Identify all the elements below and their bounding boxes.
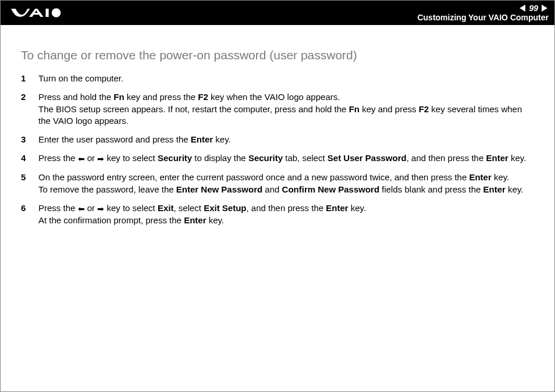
page-title: To change or remove the power-on passwor… xyxy=(21,48,534,62)
nav-next-icon[interactable] xyxy=(542,5,547,12)
bold-text: Fn xyxy=(113,92,124,102)
step-list: 1Turn on the computer.2Press and hold th… xyxy=(21,69,534,230)
step-item: 5On the password entry screen, enter the… xyxy=(21,168,534,199)
page-number: 99 xyxy=(529,3,538,13)
step-body: Turn on the computer. xyxy=(38,73,534,84)
step-item: 1Turn on the computer. xyxy=(21,69,534,88)
bold-text: Enter xyxy=(184,215,206,225)
step-body: On the password entry screen, enter the … xyxy=(38,172,534,195)
bold-text: Set User Password xyxy=(328,153,407,163)
step-item: 4Press the or key to select Security to … xyxy=(21,149,534,168)
bold-text: Enter xyxy=(483,184,506,194)
brand-logo-container xyxy=(11,6,72,19)
step-item: 3Enter the user password and press the E… xyxy=(21,130,534,149)
bold-text: Enter New Password xyxy=(176,184,262,194)
vaio-logo xyxy=(11,6,72,19)
arrow-left-icon xyxy=(78,203,85,215)
page-header: 99 Customizing Your VAIO Computer xyxy=(1,1,554,25)
content-area: To change or remove the power-on passwor… xyxy=(1,25,554,230)
bold-text: Exit xyxy=(158,203,174,213)
step-item: 2Press and hold the Fn key and press the… xyxy=(21,88,534,130)
step-number: 3 xyxy=(21,134,38,145)
header-right: 99 Customizing Your VAIO Computer xyxy=(417,3,549,22)
arrow-left-icon xyxy=(78,153,85,165)
step-body: Press the or key to select Exit, select … xyxy=(38,202,534,226)
step-body: Press the or key to select Security to d… xyxy=(38,152,534,165)
bold-text: Enter xyxy=(486,153,508,163)
step-number: 6 xyxy=(21,202,38,214)
arrow-right-icon xyxy=(97,153,104,165)
step-number: 1 xyxy=(21,73,38,84)
step-body: Enter the user password and press the En… xyxy=(38,134,534,145)
bold-text: Confirm New Password xyxy=(282,184,380,194)
bold-text: F2 xyxy=(198,92,208,102)
step-number: 5 xyxy=(21,172,38,183)
bold-text: Fn xyxy=(349,104,360,114)
bold-text: Security xyxy=(158,153,192,163)
bold-text: Enter xyxy=(191,134,213,144)
bold-text: Enter xyxy=(326,203,348,213)
svg-point-2 xyxy=(54,10,59,15)
section-title: Customizing Your VAIO Computer xyxy=(417,13,549,22)
nav-prev-icon[interactable] xyxy=(520,5,525,12)
step-body: Press and hold the Fn key and press the … xyxy=(38,91,534,127)
step-item: 6Press the or key to select Exit, select… xyxy=(21,199,534,230)
step-number: 2 xyxy=(21,91,38,103)
step-number: 4 xyxy=(21,152,38,164)
bold-text: Enter xyxy=(469,172,491,182)
arrow-right-icon xyxy=(97,203,104,215)
svg-rect-0 xyxy=(46,9,49,17)
page-nav: 99 xyxy=(520,3,549,13)
bold-text: Security xyxy=(248,153,283,163)
bold-text: F2 xyxy=(419,104,429,114)
bold-text: Exit Setup xyxy=(204,203,246,213)
